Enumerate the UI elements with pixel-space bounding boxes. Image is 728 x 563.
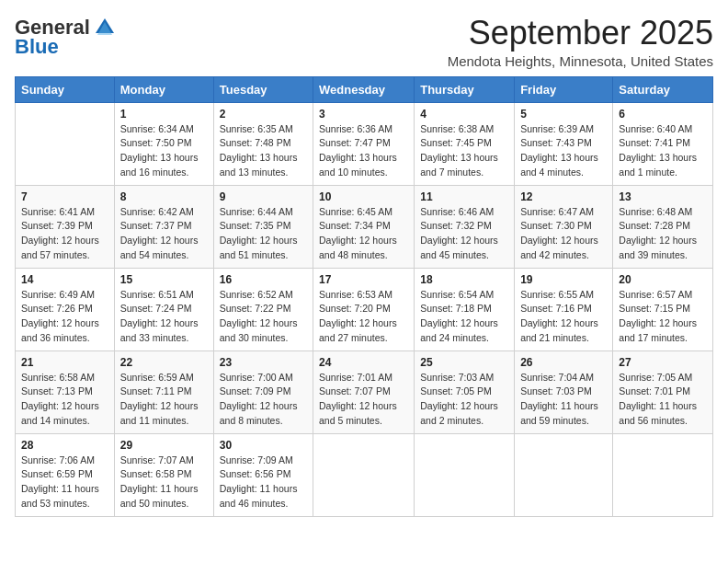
day-cell: 20Sunrise: 6:57 AMSunset: 7:15 PMDayligh…: [613, 268, 713, 350]
day-number: 3: [319, 108, 408, 121]
day-info: Sunrise: 6:34 AMSunset: 7:50 PMDaylight:…: [120, 122, 208, 180]
day-cell: 8Sunrise: 6:42 AMSunset: 7:37 PMDaylight…: [114, 185, 213, 268]
day-info: Sunrise: 6:45 AMSunset: 7:34 PMDaylight:…: [319, 205, 408, 263]
day-cell: [313, 433, 415, 516]
day-number: 27: [619, 356, 707, 369]
day-cell: [16, 102, 115, 185]
day-number: 13: [619, 190, 707, 203]
column-header-wednesday: Wednesday: [313, 76, 415, 102]
day-info: Sunrise: 6:47 AMSunset: 7:30 PMDaylight:…: [520, 205, 607, 263]
day-number: 8: [120, 190, 208, 203]
day-number: 11: [420, 190, 508, 203]
day-cell: 19Sunrise: 6:55 AMSunset: 7:16 PMDayligh…: [515, 268, 613, 350]
day-cell: 17Sunrise: 6:53 AMSunset: 7:20 PMDayligh…: [313, 268, 415, 350]
day-info: Sunrise: 6:38 AMSunset: 7:45 PMDaylight:…: [420, 122, 508, 180]
day-info: Sunrise: 6:42 AMSunset: 7:37 PMDaylight:…: [120, 205, 208, 263]
day-cell: 13Sunrise: 6:48 AMSunset: 7:28 PMDayligh…: [613, 185, 713, 268]
day-cell: 5Sunrise: 6:39 AMSunset: 7:43 PMDaylight…: [515, 102, 613, 185]
day-number: 22: [120, 356, 208, 369]
day-number: 7: [21, 190, 108, 203]
day-number: 24: [319, 356, 408, 369]
day-number: 2: [220, 108, 307, 121]
day-number: 25: [420, 356, 508, 369]
day-number: 14: [21, 273, 108, 286]
day-number: 15: [120, 273, 208, 286]
day-cell: 29Sunrise: 7:07 AMSunset: 6:58 PMDayligh…: [114, 433, 213, 516]
day-info: Sunrise: 6:41 AMSunset: 7:39 PMDaylight:…: [21, 205, 108, 263]
day-number: 12: [520, 190, 607, 203]
day-number: 10: [319, 190, 408, 203]
day-cell: 9Sunrise: 6:44 AMSunset: 7:35 PMDaylight…: [213, 185, 313, 268]
day-number: 5: [520, 108, 607, 121]
day-info: Sunrise: 6:54 AMSunset: 7:18 PMDaylight:…: [420, 288, 508, 346]
logo-blue: Blue: [15, 35, 59, 59]
day-cell: 21Sunrise: 6:58 AMSunset: 7:13 PMDayligh…: [16, 350, 115, 433]
day-number: 16: [220, 273, 307, 286]
week-row-3: 14Sunrise: 6:49 AMSunset: 7:26 PMDayligh…: [16, 268, 713, 350]
column-header-sunday: Sunday: [16, 76, 115, 102]
day-number: 18: [420, 273, 508, 286]
day-info: Sunrise: 6:55 AMSunset: 7:16 PMDaylight:…: [520, 288, 607, 346]
day-cell: 16Sunrise: 6:52 AMSunset: 7:22 PMDayligh…: [213, 268, 313, 350]
day-cell: 23Sunrise: 7:00 AMSunset: 7:09 PMDayligh…: [213, 350, 313, 433]
week-row-4: 21Sunrise: 6:58 AMSunset: 7:13 PMDayligh…: [16, 350, 713, 433]
day-info: Sunrise: 6:36 AMSunset: 7:47 PMDaylight:…: [319, 122, 408, 180]
day-info: Sunrise: 6:57 AMSunset: 7:15 PMDaylight:…: [619, 288, 707, 346]
column-header-tuesday: Tuesday: [213, 76, 313, 102]
day-cell: 10Sunrise: 6:45 AMSunset: 7:34 PMDayligh…: [313, 185, 415, 268]
day-info: Sunrise: 6:52 AMSunset: 7:22 PMDaylight:…: [220, 288, 307, 346]
day-number: 6: [619, 108, 707, 121]
day-number: 26: [520, 356, 607, 369]
day-info: Sunrise: 6:40 AMSunset: 7:41 PMDaylight:…: [619, 122, 707, 180]
day-info: Sunrise: 6:44 AMSunset: 7:35 PMDaylight:…: [220, 205, 307, 263]
day-cell: 2Sunrise: 6:35 AMSunset: 7:48 PMDaylight…: [213, 102, 313, 185]
day-cell: 26Sunrise: 7:04 AMSunset: 7:03 PMDayligh…: [515, 350, 613, 433]
day-cell: 22Sunrise: 6:59 AMSunset: 7:11 PMDayligh…: [114, 350, 213, 433]
day-cell: 11Sunrise: 6:46 AMSunset: 7:32 PMDayligh…: [415, 185, 515, 268]
day-info: Sunrise: 6:58 AMSunset: 7:13 PMDaylight:…: [21, 371, 108, 429]
day-cell: [515, 433, 613, 516]
day-cell: 28Sunrise: 7:06 AMSunset: 6:59 PMDayligh…: [16, 433, 115, 516]
page-header: General Blue September 2025 Mendota Heig…: [15, 15, 713, 69]
calendar-table: SundayMondayTuesdayWednesdayThursdayFrid…: [15, 76, 713, 517]
day-cell: 1Sunrise: 6:34 AMSunset: 7:50 PMDaylight…: [114, 102, 213, 185]
day-info: Sunrise: 7:06 AMSunset: 6:59 PMDaylight:…: [21, 454, 108, 511]
day-cell: [613, 433, 713, 516]
day-info: Sunrise: 6:35 AMSunset: 7:48 PMDaylight:…: [220, 122, 307, 180]
day-info: Sunrise: 7:01 AMSunset: 7:07 PMDaylight:…: [319, 371, 408, 429]
column-header-saturday: Saturday: [613, 76, 713, 102]
day-cell: 27Sunrise: 7:05 AMSunset: 7:01 PMDayligh…: [613, 350, 713, 433]
day-cell: 18Sunrise: 6:54 AMSunset: 7:18 PMDayligh…: [415, 268, 515, 350]
month-title: September 2025: [448, 15, 713, 52]
week-row-1: 1Sunrise: 6:34 AMSunset: 7:50 PMDaylight…: [16, 102, 713, 185]
day-info: Sunrise: 7:03 AMSunset: 7:05 PMDaylight:…: [420, 371, 508, 429]
day-info: Sunrise: 6:49 AMSunset: 7:26 PMDaylight:…: [21, 288, 108, 346]
day-number: 21: [21, 356, 108, 369]
day-cell: 3Sunrise: 6:36 AMSunset: 7:47 PMDaylight…: [313, 102, 415, 185]
logo: General Blue: [15, 15, 118, 59]
day-cell: 4Sunrise: 6:38 AMSunset: 7:45 PMDaylight…: [415, 102, 515, 185]
day-cell: 30Sunrise: 7:09 AMSunset: 6:56 PMDayligh…: [213, 433, 313, 516]
day-cell: 7Sunrise: 6:41 AMSunset: 7:39 PMDaylight…: [16, 185, 115, 268]
day-number: 28: [21, 439, 108, 452]
day-number: 4: [420, 108, 508, 121]
day-info: Sunrise: 7:07 AMSunset: 6:58 PMDaylight:…: [120, 454, 208, 511]
column-header-friday: Friday: [515, 76, 613, 102]
day-number: 1: [120, 108, 208, 121]
day-info: Sunrise: 7:05 AMSunset: 7:01 PMDaylight:…: [619, 371, 707, 429]
header-row: SundayMondayTuesdayWednesdayThursdayFrid…: [16, 76, 713, 102]
day-number: 30: [220, 439, 307, 452]
day-info: Sunrise: 6:46 AMSunset: 7:32 PMDaylight:…: [420, 205, 508, 263]
location-subtitle: Mendota Heights, Minnesota, United State…: [448, 53, 713, 69]
day-info: Sunrise: 7:04 AMSunset: 7:03 PMDaylight:…: [520, 371, 607, 429]
day-number: 29: [120, 439, 208, 452]
day-cell: 14Sunrise: 6:49 AMSunset: 7:26 PMDayligh…: [16, 268, 115, 350]
day-info: Sunrise: 7:00 AMSunset: 7:09 PMDaylight:…: [220, 371, 307, 429]
day-cell: 24Sunrise: 7:01 AMSunset: 7:07 PMDayligh…: [313, 350, 415, 433]
day-cell: 6Sunrise: 6:40 AMSunset: 7:41 PMDaylight…: [613, 102, 713, 185]
day-info: Sunrise: 6:53 AMSunset: 7:20 PMDaylight:…: [319, 288, 408, 346]
day-info: Sunrise: 7:09 AMSunset: 6:56 PMDaylight:…: [220, 454, 307, 511]
week-row-2: 7Sunrise: 6:41 AMSunset: 7:39 PMDaylight…: [16, 185, 713, 268]
day-info: Sunrise: 6:48 AMSunset: 7:28 PMDaylight:…: [619, 205, 707, 263]
column-header-monday: Monday: [114, 76, 213, 102]
